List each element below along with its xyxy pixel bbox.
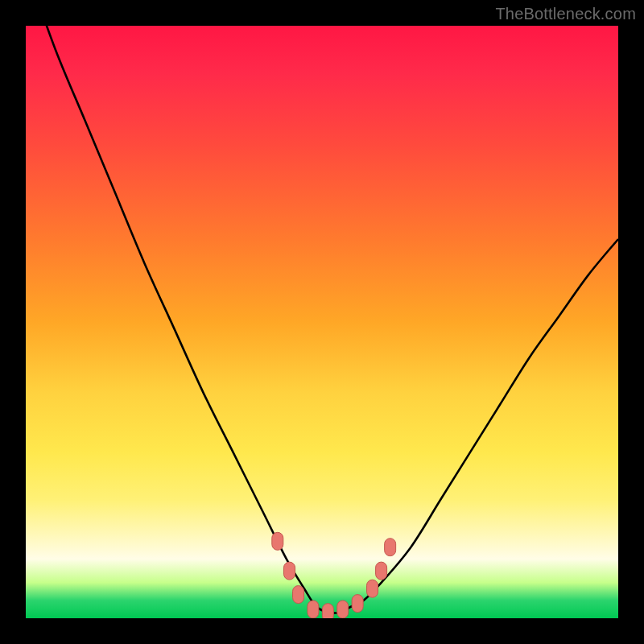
curve-marker	[308, 601, 319, 618]
curve-marker	[385, 539, 396, 556]
plot-area	[26, 26, 618, 618]
bottleneck-curve	[26, 26, 618, 618]
curve-marker	[322, 604, 333, 618]
curve-markers	[272, 532, 396, 618]
curve-marker	[337, 601, 349, 618]
curve-marker	[272, 532, 283, 550]
curve-marker	[352, 595, 363, 613]
curve-marker	[284, 562, 295, 580]
curve-line	[26, 26, 618, 613]
watermark-text: TheBottleneck.com	[495, 5, 636, 23]
curve-marker	[367, 580, 378, 597]
curve-marker	[293, 586, 304, 604]
curve-marker	[376, 562, 387, 580]
chart-frame: TheBottleneck.com	[0, 0, 644, 644]
